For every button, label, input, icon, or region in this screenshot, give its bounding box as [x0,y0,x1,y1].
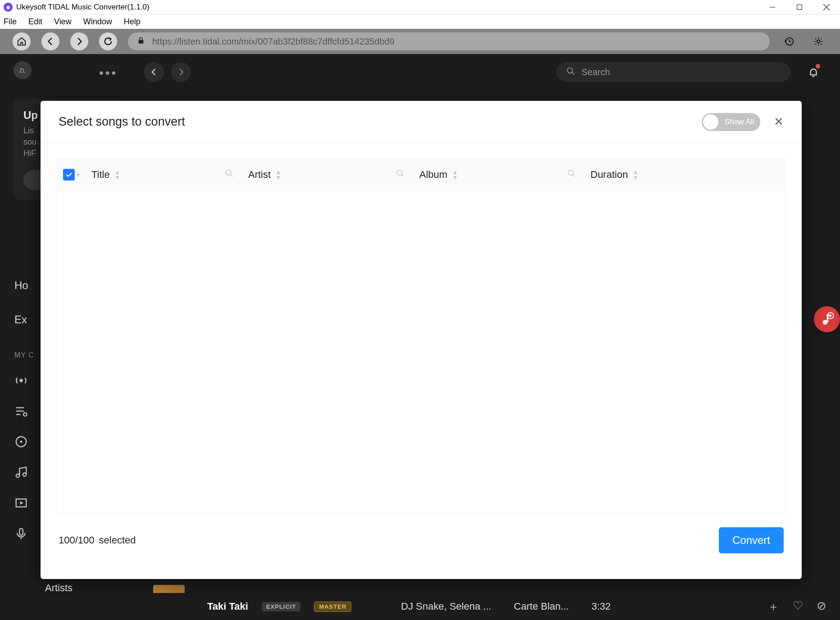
table-scroll[interactable]: Company (feat. A B... Remy Ma,A Boogie W… [56,191,786,513]
search-icon [566,67,575,78]
browser-toolbar: https://listen.tidal.com/mix/007ab3f2bf8… [0,29,840,54]
select-all-checkbox[interactable] [63,169,75,181]
svg-point-17 [568,170,574,176]
avatar[interactable]: ZL [14,61,32,79]
search-icon[interactable] [225,169,234,181]
modal-title: Select songs to convert [59,115,185,129]
svg-point-15 [226,170,232,176]
search-icon[interactable] [567,169,576,181]
svg-point-3 [817,40,820,43]
menu-bar: File Edit View Window Help [0,14,840,29]
mic-icon[interactable] [14,527,28,540]
column-title[interactable]: Title ▲▼ [86,169,243,181]
sort-icon: ▲▼ [452,169,458,180]
menu-help[interactable]: Help [124,17,141,27]
disc-icon[interactable] [14,435,28,448]
svg-rect-1 [139,40,144,43]
songs-table: ▾ Title ▲▼ Artist ▲▼ Album [56,158,786,513]
url-text: https://listen.tidal.com/mix/007ab3f2bf8… [152,36,395,47]
app-icon: ◉ [4,3,13,12]
select-all-cell: ▾ [56,169,86,181]
svg-point-8 [20,441,23,443]
settings-button[interactable] [809,32,827,50]
menu-view[interactable]: View [54,17,72,27]
tidal-header: ZL ••• Search [0,54,840,90]
app-title: Ukeysoft TIDAL Music Converter(1.1.0) [16,3,150,12]
sort-icon: ▲▼ [114,169,121,180]
table-body: Company (feat. A B... Remy Ma,A Boogie W… [56,191,786,513]
playlist-icon[interactable] [14,404,28,418]
home-button[interactable] [13,32,31,50]
svg-point-16 [397,170,403,176]
column-album-label: Album [419,169,447,181]
selection-number: 100/100 [59,534,95,546]
block-icon[interactable]: ⊘ [817,599,826,615]
svg-rect-12 [19,529,23,535]
svg-point-10 [23,473,27,476]
column-album[interactable]: Album ▲▼ [414,169,585,181]
reload-button[interactable] [99,32,117,50]
notifications-button[interactable] [805,64,822,81]
menu-file[interactable]: File [4,17,17,27]
svg-point-6 [23,413,27,416]
tidal-back-button[interactable] [144,62,164,82]
window-controls [759,0,840,14]
select-songs-modal: Select songs to convert Show All ✕ ▾ Tit… [41,101,802,579]
search-placeholder: Search [581,67,610,77]
close-button[interactable] [813,0,840,14]
floating-convert-button[interactable] [814,306,840,332]
player-artists[interactable]: DJ Snake, Selena ... [401,601,491,612]
select-menu-chevron-icon[interactable]: ▾ [77,171,80,178]
video-icon[interactable] [14,496,28,510]
modal-close-button[interactable]: ✕ [774,115,784,129]
notification-dot-icon [816,64,820,68]
player-track-title[interactable]: Taki Taki [207,601,248,612]
main-area: ZL ••• Search Up Lis sou HiF [0,54,840,620]
sort-icon: ▲▼ [632,169,639,180]
modal-header: Select songs to convert Show All ✕ [41,101,802,143]
sidebar-section-label: MY C [14,351,34,359]
sidebar-home[interactable]: Ho [0,279,28,292]
music-note-icon[interactable] [14,466,28,479]
player-time: 3:32 [591,601,611,612]
tidal-search[interactable]: Search [556,62,790,82]
column-artist[interactable]: Artist ▲▼ [243,169,414,181]
tidal-forward-button[interactable] [171,62,191,82]
column-artist-label: Artist [248,169,271,181]
toggle-label: Show All [725,118,754,127]
sidebar-explore[interactable]: Ex [0,313,27,326]
sidebar-icons [14,374,28,540]
menu-edit[interactable]: Edit [28,17,42,27]
history-button[interactable] [781,32,799,50]
column-duration[interactable]: Duration ▲▼ [585,169,786,181]
minimize-button[interactable] [759,0,786,14]
heart-icon[interactable]: ♡ [793,599,803,615]
convert-button[interactable]: Convert [719,527,784,553]
url-bar[interactable]: https://listen.tidal.com/mix/007ab3f2bf8… [128,32,770,50]
toggle-knob-icon [703,114,718,130]
maximize-button[interactable] [786,0,813,14]
svg-point-9 [16,474,20,478]
sort-icon: ▲▼ [275,169,282,180]
forward-button[interactable] [70,32,88,50]
title-bar: ◉ Ukeysoft TIDAL Music Converter(1.1.0) [0,0,840,14]
back-button[interactable] [41,32,59,50]
menu-window[interactable]: Window [83,17,112,27]
add-icon[interactable]: ＋ [767,599,779,615]
player-album[interactable]: Carte Blan... [514,601,569,612]
search-icon[interactable] [396,169,405,181]
player-bar: Taki Taki EXPLICIT MASTER DJ Snake, Sele… [0,593,840,620]
more-icon[interactable]: ••• [99,66,118,80]
live-icon[interactable] [14,374,28,387]
show-all-toggle[interactable]: Show All [702,113,760,131]
svg-point-4 [568,68,573,73]
master-badge: MASTER [314,602,351,612]
explicit-badge: EXPLICIT [262,602,301,611]
selection-count: 100/100 selected [59,534,136,546]
svg-point-5 [19,379,23,382]
column-duration-label: Duration [590,169,628,181]
selection-label: selected [99,534,136,546]
table-header: ▾ Title ▲▼ Artist ▲▼ Album [56,158,786,191]
modal-footer: 100/100 selected Convert [41,513,802,567]
svg-rect-0 [797,5,802,9]
